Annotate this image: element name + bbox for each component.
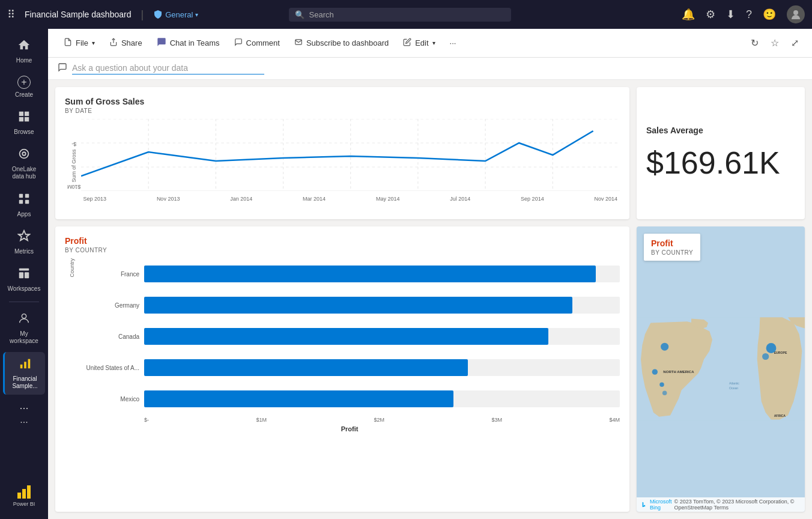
sidebar-item-create[interactable]: + Create [3,71,45,103]
map-footer: Microsoft Bing © 2023 TomTom, © 2023 Mic… [637,497,805,512]
svg-text:Atlantic: Atlantic [729,381,739,385]
nav-icons: 🔔 ⚙ ⬇ ? 🙂 [682,5,805,23]
onelake-icon [17,147,31,163]
svg-rect-8 [25,194,29,198]
bar-track-mexico [144,390,620,407]
svg-rect-18 [17,493,21,499]
bar-y-label: Country [69,258,75,278]
bar-label-mexico: Mexico [79,396,139,402]
search-icon: 🔍 [295,10,304,19]
svg-rect-12 [19,272,23,278]
sidebar-separator [9,302,39,302]
bar-track-canada [144,328,620,345]
bar-row-usa: United States of A... [79,359,620,376]
search-input[interactable] [309,10,505,19]
settings-icon[interactable]: ⚙ [706,8,715,21]
sidebar-item-financial[interactable]: FinancialSample... [3,352,45,395]
app-grid-icon[interactable]: ⠿ [7,8,15,21]
sidebar-item-financial-label: FinancialSample... [12,375,37,390]
map-header: Profit BY COUNTRY [644,234,700,261]
file-icon [64,38,72,48]
sidebar-item-more[interactable]: ··· ··· [3,397,45,432]
chat-in-teams-button[interactable]: Chat in Teams [151,34,226,53]
badge-label: General [165,10,193,19]
download-icon[interactable]: ⬇ [726,8,735,21]
bar-fill-germany [144,297,572,314]
sidebar-item-myworkspace[interactable]: Myworkspace [3,307,45,350]
chevron-down-icon[interactable]: ▾ [195,11,198,18]
line-chart-svg [81,119,620,191]
bar-label-canada: Canada [79,333,139,340]
bar-y-axis: Country [65,258,79,432]
help-icon[interactable]: ? [746,8,752,21]
bar-x-labels: $- $1M $2M $3M $4M [144,414,620,423]
svg-text:Ocean: Ocean [729,386,738,390]
notifications-icon[interactable]: 🔔 [682,8,695,21]
refresh-icon[interactable]: ↻ [747,34,762,52]
svg-point-5 [20,150,29,159]
favorite-icon[interactable]: ☆ [767,34,783,52]
teams-icon [157,37,166,49]
sales-avg-value: $169.61K [646,145,795,181]
fullscreen-icon[interactable]: ⤢ [787,34,802,52]
bar-chart-title: Profit [65,236,620,246]
avatar[interactable] [787,5,805,23]
chat-in-teams-label: Chat in Teams [170,38,220,47]
sales-average-card: Sales Average $169.61K [637,87,805,219]
sidebar-item-workspaces[interactable]: Workspaces [3,262,45,297]
powerbi-logo-icon [15,482,33,500]
svg-rect-17 [28,359,30,369]
toolbar: File ▾ Share Chat in Teams Comment [48,29,812,58]
sidebar-item-metrics[interactable]: Metrics [3,225,45,260]
apps-icon [17,192,31,208]
svg-rect-15 [20,365,22,368]
bar-track-france [144,266,620,282]
svg-point-43 [662,390,667,395]
sidebar-item-home[interactable]: Home [3,34,45,68]
feedback-icon[interactable]: 🙂 [763,8,776,21]
svg-rect-19 [22,489,26,499]
y-axis-label: $10M Sum of Gross $- [65,119,81,212]
sales-avg-title: Sales Average [646,126,795,135]
subscribe-button[interactable]: Subscribe to dashboard [288,34,395,52]
svg-point-14 [22,314,26,318]
share-button[interactable]: Share [103,34,148,52]
more-button[interactable]: ··· [444,35,462,51]
svg-point-44 [766,343,777,353]
svg-rect-1 [19,112,23,116]
bar-label-germany: Germany [79,302,139,309]
toolbar-right: ↻ ☆ ⤢ [747,34,802,52]
svg-point-6 [22,152,26,156]
bar-rows: France Germany [79,258,620,414]
sidebar-item-create-label: Create [15,91,33,98]
share-label: Share [121,38,142,47]
search-bar[interactable]: 🔍 [289,8,511,22]
shield-badge[interactable]: General ▾ [153,10,198,19]
sidebar-item-apps[interactable]: Apps [3,187,45,222]
svg-rect-11 [19,269,29,271]
shield-icon [153,10,163,19]
app-title: Financial Sample dashboard [25,10,131,19]
bar-row-mexico: Mexico [79,390,620,407]
bar-x-title: Profit [79,425,620,432]
line-chart-title: Sum of Gross Sales [65,97,620,106]
financial-icon [19,357,32,373]
comment-icon [234,38,243,48]
edit-button[interactable]: Edit ▾ [397,34,441,52]
sidebar-item-browse[interactable]: Browse [3,105,45,140]
comment-button[interactable]: Comment [228,34,286,52]
qa-input[interactable] [72,63,264,74]
y-axis-text: Sum of Gross [71,149,77,182]
bar-fill-france [144,266,596,282]
share-icon [109,38,118,48]
line-chart-subtitle: BY DATE [65,108,620,114]
sidebar-item-onelake[interactable]: OneLakedata hub [3,142,45,185]
file-button[interactable]: File ▾ [58,34,101,52]
bar-fill-canada [144,328,548,345]
bar-row-france: France [79,266,620,282]
powerbi-logo-area: Power BI [13,475,35,514]
map-title: Profit [651,238,693,248]
sidebar-item-metrics-label: Metrics [14,248,34,255]
bar-row-canada: Canada [79,328,620,345]
home-icon [17,38,31,55]
